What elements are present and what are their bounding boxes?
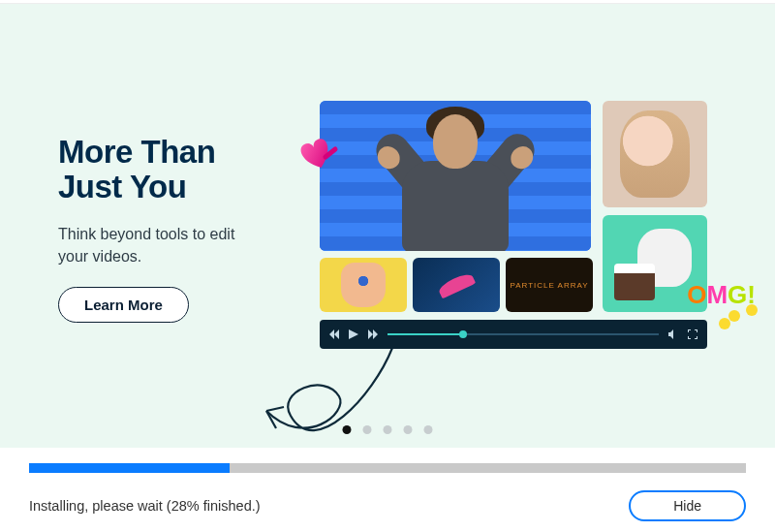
skip-back-icon[interactable]: [329, 329, 339, 339]
installer-footer: Installing, please wait (28% finished.) …: [0, 448, 775, 521]
carousel-dot-2[interactable]: [384, 425, 392, 434]
hero-subtitle: Think beyond tools to edit your videos.: [58, 223, 252, 267]
gallery-tile-portrait: [603, 101, 707, 207]
gallery-tile-main-video: [320, 101, 591, 251]
install-progress-bar: [29, 463, 746, 473]
hero-title-line-2: Just You: [58, 169, 186, 204]
hero-title: More Than Just You: [58, 135, 310, 205]
learn-more-button[interactable]: Learn More: [58, 287, 189, 323]
gallery-tile-fx: PARTICLE ARRAY: [506, 258, 593, 312]
gallery-tile-pet: [603, 215, 707, 312]
volume-icon[interactable]: [668, 329, 678, 339]
video-gallery: PARTICLE ARRAY: [320, 101, 727, 358]
install-status-text: Installing, please wait (28% finished.): [29, 498, 261, 514]
hide-button[interactable]: Hide: [629, 490, 746, 521]
promo-hero: More Than Just You Think beyond tools to…: [0, 4, 775, 448]
fx-tile-label: PARTICLE ARRAY: [510, 281, 588, 290]
install-progress-fill: [29, 463, 230, 473]
carousel-dots: [343, 425, 433, 434]
hero-text-column: More Than Just You Think beyond tools to…: [58, 62, 310, 448]
carousel-dot-4[interactable]: [424, 425, 433, 434]
fullscreen-icon[interactable]: [688, 329, 698, 339]
carousel-dot-1[interactable]: [363, 425, 372, 434]
skip-forward-icon[interactable]: [368, 329, 378, 339]
gallery-tile-hand: [320, 258, 407, 312]
hero-gallery-column: PARTICLE ARRAY: [320, 101, 736, 448]
hero-title-line-1: More Than: [58, 134, 215, 170]
carousel-dot-0[interactable]: [343, 425, 352, 434]
carousel-dot-3[interactable]: [404, 425, 413, 434]
play-icon[interactable]: [349, 329, 358, 339]
gallery-tile-boat: [413, 258, 500, 312]
playbar-track[interactable]: [388, 333, 659, 335]
video-player-bar[interactable]: [320, 320, 707, 349]
